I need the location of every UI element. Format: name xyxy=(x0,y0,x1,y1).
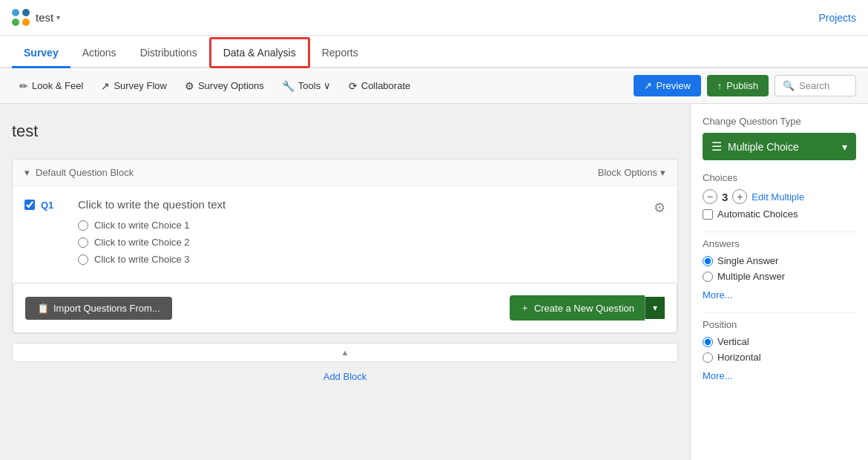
collaborate-label: Collaborate xyxy=(361,80,411,91)
search-box[interactable]: 🔍 Search xyxy=(775,75,856,96)
single-answer-radio[interactable] xyxy=(703,256,713,266)
create-question-button[interactable]: ＋ Create a New Question xyxy=(510,295,645,321)
survey-options-button[interactable]: ⚙ Survey Options xyxy=(177,76,272,96)
multiple-answer-radio[interactable] xyxy=(703,272,713,282)
preview-button[interactable]: ↗ Preview xyxy=(634,75,701,96)
mc-icon: ☰ xyxy=(711,139,722,154)
question-block: ▾ Default Question Block Block Options ▾… xyxy=(12,159,678,334)
add-block-label: Add Block xyxy=(323,371,367,382)
question-id: Q1 xyxy=(41,200,53,211)
survey-area: test ▾ Default Question Block Block Opti… xyxy=(0,104,690,460)
vertical-radio[interactable] xyxy=(703,337,713,347)
preview-icon: ↗ xyxy=(644,80,652,91)
collapse-icon: ▲ xyxy=(341,348,349,357)
nav-tabs: Survey Actions Distributions Data & Anal… xyxy=(0,36,868,68)
increase-count-button[interactable]: + xyxy=(732,189,747,204)
answers-more-link[interactable]: More... xyxy=(703,289,732,300)
survey-collapse[interactable]: ▲ xyxy=(12,343,678,362)
choice-1: Click to write Choice 1 xyxy=(78,220,645,231)
multiple-answer-label: Multiple Answer xyxy=(717,271,785,282)
dot-2 xyxy=(22,9,30,16)
create-label: Create a New Question xyxy=(534,303,634,314)
choices-label: Choices xyxy=(703,172,856,183)
block-header: ▾ Default Question Block Block Options ▾ xyxy=(13,160,677,186)
choice-radio-2[interactable] xyxy=(78,237,88,248)
look-feel-label: Look & Feel xyxy=(32,80,83,91)
tab-survey[interactable]: Survey xyxy=(12,39,70,68)
survey-options-icon: ⚙ xyxy=(185,80,194,92)
multiple-answer-option: Multiple Answer xyxy=(703,271,856,282)
create-icon: ＋ xyxy=(520,301,530,315)
search-icon: 🔍 xyxy=(783,80,795,91)
survey-options-label: Survey Options xyxy=(198,80,264,91)
app-name-caret: ▾ xyxy=(56,13,60,22)
toolbar: ✏ Look & Feel ↗ Survey Flow ⚙ Survey Opt… xyxy=(0,68,868,104)
question-type-caret: ▾ xyxy=(842,141,847,153)
tools-icon: 🔧 xyxy=(282,80,295,92)
question-type-dropdown[interactable]: ☰ Multiple Choice ▾ xyxy=(703,133,856,160)
look-feel-button[interactable]: ✏ Look & Feel xyxy=(12,76,91,96)
survey-flow-button[interactable]: ↗ Survey Flow xyxy=(93,76,174,96)
tools-button[interactable]: 🔧 Tools ∨ xyxy=(274,76,338,96)
block-options-caret: ▾ xyxy=(660,167,665,178)
block-collapse-icon[interactable]: ▾ xyxy=(24,167,30,178)
position-more-link[interactable]: More... xyxy=(703,370,732,381)
tab-reports[interactable]: Reports xyxy=(310,39,370,68)
collaborate-icon: ⟳ xyxy=(349,80,358,92)
answers-section: Answers Single Answer Multiple Answer Mo… xyxy=(703,231,856,300)
question-content: Click to write the question text Click t… xyxy=(78,198,645,271)
question-row: Q1 Click to write the question text Clic… xyxy=(13,186,677,283)
question-checkbox[interactable] xyxy=(24,200,35,210)
import-label: Import Questions From... xyxy=(53,303,160,314)
choice-3: Click to write Choice 3 xyxy=(78,254,645,265)
publish-button[interactable]: ↑ Publish xyxy=(707,75,769,96)
tab-data-analysis[interactable]: Data & Analysis xyxy=(209,37,310,68)
single-answer-label: Single Answer xyxy=(717,255,778,266)
question-check: Q1 xyxy=(24,198,69,271)
projects-link[interactable]: Projects xyxy=(818,12,856,24)
vertical-option: Vertical xyxy=(703,336,856,347)
create-question-dropdown[interactable]: ▾ xyxy=(645,297,665,319)
tab-distributions[interactable]: Distributions xyxy=(128,39,209,68)
logo-dots xyxy=(12,9,30,27)
auto-choices-checkbox[interactable] xyxy=(703,209,713,220)
publish-label: Publish xyxy=(726,80,758,91)
block-options-button[interactable]: Block Options ▾ xyxy=(598,167,665,178)
decrease-count-button[interactable]: − xyxy=(703,189,717,204)
dot-1 xyxy=(12,9,19,16)
import-questions-button[interactable]: 📋 Import Questions From... xyxy=(25,297,172,320)
choice-text-1[interactable]: Click to write Choice 1 xyxy=(94,220,190,231)
question-type-left: ☰ Multiple Choice xyxy=(711,139,799,154)
publish-icon: ↑ xyxy=(717,80,723,91)
main-layout: test ▾ Default Question Block Block Opti… xyxy=(0,104,868,460)
choice-radio-1[interactable] xyxy=(78,220,88,231)
choice-text-3[interactable]: Click to write Choice 3 xyxy=(94,254,190,265)
question-gear[interactable]: ⚙ xyxy=(654,198,665,271)
tools-label: Tools ∨ xyxy=(298,80,331,91)
choice-text-2[interactable]: Click to write Choice 2 xyxy=(94,237,190,248)
collaborate-button[interactable]: ⟳ Collaborate xyxy=(341,76,418,96)
edit-multiple-link[interactable]: Edit Multiple xyxy=(752,191,804,203)
choices-section: Choices − 3 + Edit Multiple Automatic Ch… xyxy=(703,172,856,220)
survey-title: test xyxy=(12,116,678,147)
change-question-type-label: Change Question Type xyxy=(703,116,856,127)
top-bar: test ▾ Projects xyxy=(0,0,868,36)
choice-2: Click to write Choice 2 xyxy=(78,237,645,248)
dot-4 xyxy=(22,19,30,26)
block-header-left: ▾ Default Question Block xyxy=(24,167,134,178)
horizontal-radio[interactable] xyxy=(703,352,713,363)
answers-label: Answers xyxy=(703,238,856,249)
vertical-label: Vertical xyxy=(717,336,749,347)
logo: test ▾ xyxy=(12,9,60,27)
choice-radio-3[interactable] xyxy=(78,254,88,265)
app-name[interactable]: test ▾ xyxy=(36,11,60,24)
top-bar-right: Projects xyxy=(818,12,856,24)
horizontal-label: Horizontal xyxy=(717,352,761,363)
create-question-group: ＋ Create a New Question ▾ xyxy=(510,295,665,321)
tab-actions[interactable]: Actions xyxy=(70,39,128,68)
question-text[interactable]: Click to write the question text xyxy=(78,198,645,211)
auto-choices-label: Automatic Choices xyxy=(717,208,798,220)
auto-choices-row: Automatic Choices xyxy=(703,208,856,220)
preview-label: Preview xyxy=(657,80,691,91)
add-block-link[interactable]: Add Block xyxy=(12,362,678,391)
